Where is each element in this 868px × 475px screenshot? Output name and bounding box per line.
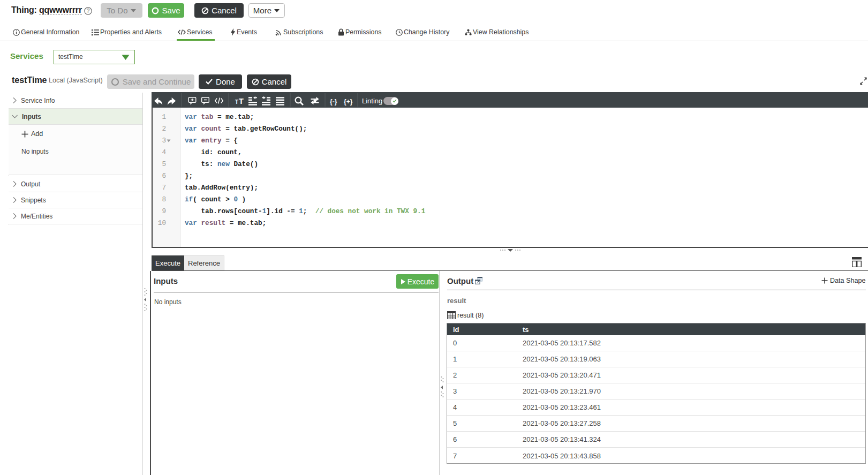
svg-text:{+}: {+} (344, 98, 353, 105)
svg-text:{-}: {-} (330, 98, 337, 105)
svg-text:T: T (239, 97, 244, 105)
svg-text:T: T (235, 99, 238, 105)
svg-text:?: ? (87, 8, 90, 14)
